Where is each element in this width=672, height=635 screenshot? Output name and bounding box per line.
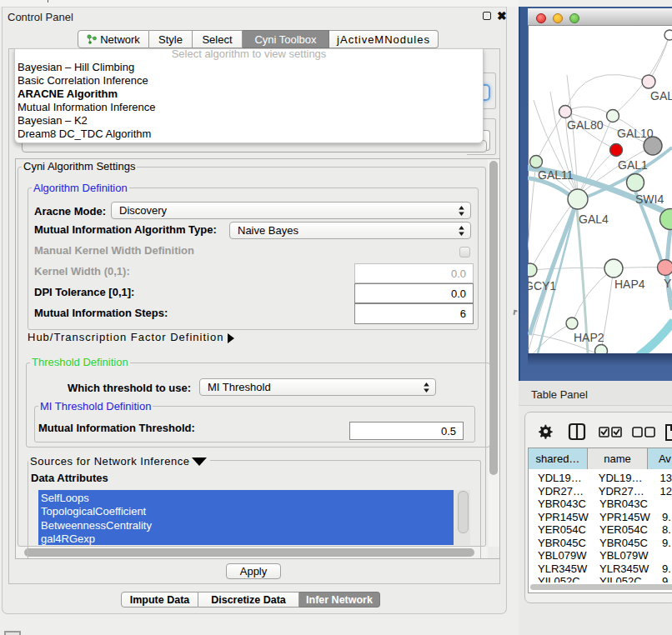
svg-text:HAP2: HAP2 [574, 331, 604, 344]
svg-text:GAL2: GAL2 [650, 89, 672, 102]
svg-text:HAP4: HAP4 [614, 278, 645, 291]
svg-text:SWI4: SWI4 [635, 192, 664, 206]
svg-text:GCY1: GCY1 [528, 279, 556, 292]
svg-text:GAL11: GAL11 [538, 168, 574, 182]
svg-text:GAL10: GAL10 [617, 127, 654, 140]
svg-text:GAL80: GAL80 [567, 118, 604, 132]
svg-text:GAL1: GAL1 [618, 158, 648, 172]
svg-text:Y: Y [664, 277, 672, 290]
svg-text:GAL4: GAL4 [579, 212, 609, 226]
